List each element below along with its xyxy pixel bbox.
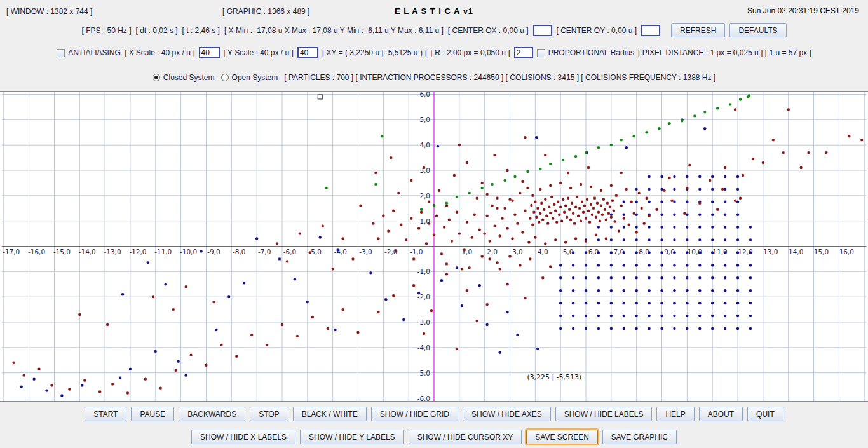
particle-dot: [698, 327, 701, 330]
particle-dot: [698, 202, 701, 205]
particle-dot: [485, 303, 488, 306]
particle-dot: [736, 201, 739, 203]
proportional-radius-label: PROPORTIONAL Radius: [548, 48, 634, 57]
particle-dot: [554, 210, 557, 212]
particle-dot: [635, 226, 638, 228]
particle-dot: [456, 348, 458, 350]
particle-dot: [456, 196, 458, 198]
particle-dot: [625, 188, 628, 191]
proportional-radius-checkbox[interactable]: [537, 49, 545, 57]
particle-dot: [736, 226, 739, 228]
particle-dot: [610, 214, 613, 216]
particle-dot: [660, 201, 663, 203]
y-tick-label: 5,0: [419, 116, 430, 123]
antialiasing-checkbox[interactable]: [57, 49, 65, 57]
show-hide-x-labels-button[interactable]: SHOW / HIDE X LABELS: [191, 430, 295, 444]
particle-dot: [711, 327, 714, 330]
particle-dot: [121, 293, 124, 295]
particle-dot: [739, 98, 742, 100]
particle-dot: [610, 251, 613, 254]
pause-button[interactable]: PAUSE: [131, 407, 174, 421]
particle-dot: [610, 184, 613, 187]
particle-dot: [511, 237, 513, 240]
particle-dot: [595, 215, 597, 218]
top-control-panel: [ WINDOW : 1382 x 744 ] [ GRAPHIC : 1366…: [0, 0, 868, 91]
center-ox-input[interactable]: [533, 25, 552, 36]
help-button[interactable]: HELP: [656, 407, 694, 421]
particle-dot: [630, 201, 633, 203]
particle-dot: [635, 188, 638, 191]
quit-button[interactable]: QUIT: [747, 407, 783, 421]
particle-dot: [615, 194, 618, 197]
particle-dot: [610, 226, 613, 228]
particle-dot: [458, 232, 461, 234]
about-button[interactable]: ABOUT: [699, 407, 743, 421]
particle-dot: [711, 201, 714, 203]
y-scale-input[interactable]: [297, 47, 318, 58]
refresh-button[interactable]: REFRESH: [671, 23, 725, 37]
black-white-button[interactable]: BLACK / WHITE: [293, 407, 367, 421]
particle-dot: [286, 260, 288, 262]
particle-dot: [410, 179, 412, 182]
particle-dot: [660, 175, 663, 178]
particle-dot: [243, 282, 245, 284]
particle-dot: [698, 289, 701, 292]
particle-dot: [359, 205, 362, 207]
particle-dot: [456, 266, 458, 269]
simulation-canvas[interactable]: -17,0-16,0-15,0-14,0-13,0-12,0-11,0-10,0…: [0, 92, 868, 401]
stop-button[interactable]: STOP: [250, 407, 288, 421]
particle-dot: [106, 323, 109, 326]
radius-input[interactable]: [514, 47, 533, 58]
particle-dot: [485, 323, 488, 326]
xy-coordinates-label: [ XY = ( 3,2250 u | -5,5125 u ) ]: [322, 48, 427, 57]
particle-dot: [648, 226, 650, 228]
closed-system-radio[interactable]: [153, 74, 160, 81]
particle-dot: [480, 255, 483, 257]
x-scale-input[interactable]: [199, 47, 220, 58]
particle-dot: [437, 145, 439, 147]
show-hide-axes-button[interactable]: SHOW / HIDE AXES: [463, 407, 551, 421]
defaults-button[interactable]: DEFAULTS: [729, 23, 786, 37]
particle-dot: [417, 292, 420, 294]
particle-dot: [648, 215, 650, 217]
particle-dot: [623, 264, 625, 266]
particle-dot: [559, 315, 562, 317]
particle-dot: [711, 276, 714, 279]
particle-dot: [749, 302, 752, 304]
selected-particle-marker: [318, 95, 322, 99]
open-system-radio[interactable]: [221, 74, 229, 81]
particle-dot: [554, 238, 557, 241]
particle-dot: [686, 175, 688, 178]
save-graphic-button[interactable]: SAVE GRAPHIC: [602, 430, 677, 444]
particle-dot: [549, 265, 552, 268]
particle-dot: [648, 238, 650, 241]
particle-dot: [585, 151, 587, 154]
particle-dot: [32, 377, 35, 380]
particle-dot: [572, 315, 574, 317]
particle-dot: [319, 236, 322, 238]
particle-dot: [488, 257, 491, 260]
particle-dot: [698, 214, 701, 216]
show-hide-y-labels-button[interactable]: SHOW / HIDE Y LABELS: [300, 430, 404, 444]
save-screen-button[interactable]: SAVE SCREEN: [526, 430, 597, 444]
particle-dot: [521, 231, 524, 233]
particle-dot: [848, 135, 850, 137]
show-hide-cursor-xy-button[interactable]: SHOW / HIDE CURSOR XY: [409, 430, 522, 444]
show-hide-labels-button[interactable]: SHOW / HIDE LABELS: [555, 407, 653, 421]
particle-dot: [600, 205, 602, 207]
particle-dot: [724, 251, 726, 254]
center-oy-input[interactable]: [641, 25, 660, 36]
particle-dot: [83, 379, 86, 381]
start-button[interactable]: START: [85, 407, 126, 421]
particle-dot: [698, 238, 701, 241]
particle-dot: [374, 183, 377, 186]
particle-dot: [585, 302, 587, 304]
particle-dot: [655, 208, 658, 211]
particle-dot: [559, 302, 562, 304]
particle-dot: [544, 198, 546, 201]
particle-dot: [506, 311, 508, 313]
particle-dot: [572, 327, 574, 330]
show-hide-grid-button[interactable]: SHOW / HIDE GRID: [371, 407, 458, 421]
particle-dot: [440, 279, 443, 282]
backwards-button[interactable]: BACKWARDS: [179, 407, 245, 421]
